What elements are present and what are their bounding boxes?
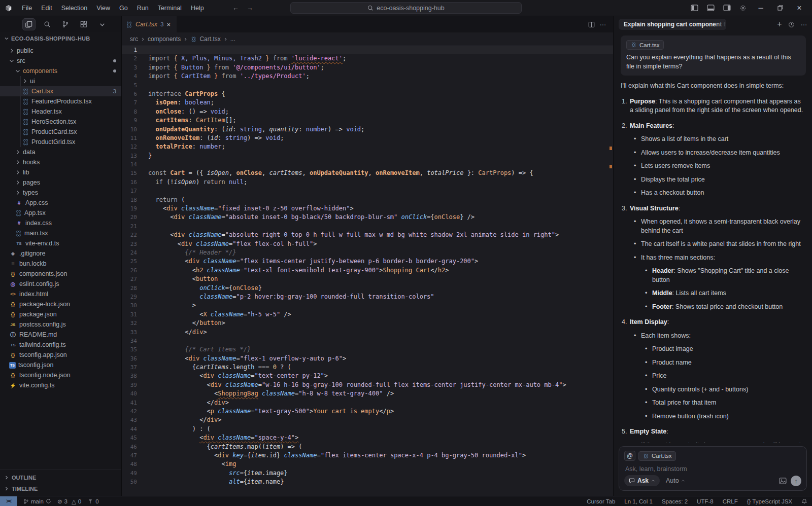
tree-item-index-html[interactable]: <>index.html xyxy=(0,289,121,299)
toggle-panel-icon[interactable] xyxy=(703,2,718,14)
tree-item-public[interactable]: public xyxy=(0,46,121,56)
tree-item-cart-tsx[interactable]: Cart.tsx3 xyxy=(0,86,121,96)
tree-item-pages[interactable]: pages xyxy=(0,177,121,188)
tree-item-eslint-config-js[interactable]: ◎eslint.config.js xyxy=(0,279,121,289)
split-editor-icon[interactable] xyxy=(588,21,595,28)
menu-view[interactable]: View xyxy=(92,5,115,12)
encoding-status[interactable]: UTF-8 xyxy=(692,498,718,504)
tab-close-icon[interactable]: × xyxy=(166,21,171,28)
code-line-43[interactable]: 43 </div> xyxy=(122,416,613,424)
code-line-44[interactable]: 44 ) : ( xyxy=(122,425,613,433)
tree-item-package-lock-json[interactable]: {}package-lock.json xyxy=(0,299,121,309)
code-line-4[interactable]: 4import { CartItem } from '../types/Prod… xyxy=(122,72,613,81)
send-button[interactable]: ↑ xyxy=(791,476,801,486)
code-line-31[interactable]: 31 <X className="h-5 w-5" /> xyxy=(122,310,613,319)
code-line-16[interactable]: 16 if (!isOpen) return null; xyxy=(122,178,613,187)
breadcrumb-symbol[interactable]: ... xyxy=(230,35,235,43)
code-line-15[interactable]: 15const Cart = ({ isOpen, onClose, cartI… xyxy=(122,169,613,177)
tree-item-hooks[interactable]: hooks xyxy=(0,157,121,167)
code-line-3[interactable]: 3import { Button } from '@/components/ui… xyxy=(122,63,613,72)
notifications-bell-icon[interactable] xyxy=(797,498,812,504)
code-line-37[interactable]: 37 {cartItems.length === 0 ? ( xyxy=(122,363,613,372)
toggle-secondary-sidebar-icon[interactable] xyxy=(720,2,734,14)
tree-item-herosection-tsx[interactable]: HeroSection.tsx xyxy=(0,117,121,127)
code-line-5[interactable]: 5 xyxy=(122,81,613,90)
tree-item-main-tsx[interactable]: main.tsx xyxy=(0,228,121,238)
ports-status[interactable]: 0 xyxy=(84,496,101,506)
attach-image-icon[interactable] xyxy=(779,478,787,484)
code-line-19[interactable]: 19 <div className="fixed inset-0 z-50 ov… xyxy=(122,204,613,213)
code-line-9[interactable]: 9 cartItems: CartItem[]; xyxy=(122,116,613,125)
explorer-files-icon[interactable] xyxy=(22,18,36,30)
code-line-11[interactable]: 11 onRemoveItem: (id: string) => void; xyxy=(122,134,613,142)
code-line-34[interactable]: 34 xyxy=(122,337,613,345)
code-line-21[interactable]: 21 xyxy=(122,222,613,231)
tree-item-lib[interactable]: lib xyxy=(0,167,121,177)
language-mode-status[interactable]: {} TypeScript JSX xyxy=(742,498,797,504)
timeline-section[interactable]: TIMELINE xyxy=(4,484,121,494)
menu-file[interactable]: File xyxy=(17,5,37,12)
settings-gear-icon[interactable] xyxy=(736,2,750,14)
code-line-40[interactable]: 40 <ShoppingBag className="h-8 w-8 text-… xyxy=(122,389,613,398)
code-line-30[interactable]: 30 > xyxy=(122,301,613,310)
tree-item-vite-env-d-ts[interactable]: TSvite-env.d.ts xyxy=(0,238,121,248)
outline-section[interactable]: OUTLINE xyxy=(4,473,121,483)
chat-history-icon[interactable] xyxy=(788,21,795,28)
code-line-8[interactable]: 8 onClose: () => void; xyxy=(122,107,613,116)
chat-tab-title[interactable]: Explain shopping cart component fun xyxy=(619,19,726,30)
toggle-primary-sidebar-icon[interactable] xyxy=(687,2,701,14)
tab-cart-tsx[interactable]: Cart.tsx 3 × xyxy=(122,16,177,32)
tree-item-ui[interactable]: ui xyxy=(0,76,121,86)
code-line-29[interactable]: 29 className="p-2 hover:bg-gray-100 roun… xyxy=(122,293,613,301)
tree-item--gitignore[interactable]: ◆.gitignore xyxy=(0,248,121,259)
nav-back-icon[interactable]: ← xyxy=(229,2,243,14)
project-header[interactable]: ECO-OASIS-SHOPPING-HUB xyxy=(0,32,121,45)
tree-item-featuredproducts-tsx[interactable]: FeaturedProducts.tsx xyxy=(0,96,121,106)
chat-input-placeholder[interactable]: Ask, learn, brainstorm xyxy=(625,465,801,473)
code-line-33[interactable]: 33 </div> xyxy=(122,328,613,337)
tree-item-src[interactable]: src xyxy=(0,56,121,66)
tree-item-app-tsx[interactable]: App.tsx xyxy=(0,208,121,218)
code-line-42[interactable]: 42 <p className="text-gray-500">Your car… xyxy=(122,407,613,416)
code-line-2[interactable]: 2import { X, Plus, Minus, Trash2 } from … xyxy=(122,54,613,63)
tree-item-package-json[interactable]: {}package.json xyxy=(0,309,121,319)
code-line-48[interactable]: 48 <img xyxy=(122,460,613,468)
code-line-13[interactable]: 13} xyxy=(122,152,613,160)
context-file-chip[interactable]: Cart.tsx xyxy=(626,40,664,50)
code-line-26[interactable]: 26 <h2 className="text-xl font-semibold … xyxy=(122,266,613,275)
extensions-icon[interactable] xyxy=(77,18,90,30)
command-search-input[interactable]: eco-oasis-shopping-hub xyxy=(290,2,522,14)
menu-selection[interactable]: Selection xyxy=(57,5,92,12)
code-line-18[interactable]: 18 return ( xyxy=(122,196,613,204)
tree-item-productcard-tsx[interactable]: ProductCard.tsx xyxy=(0,127,121,137)
search-panel-icon[interactable] xyxy=(41,18,54,30)
code-editor[interactable]: 12import { X, Plus, Minus, Trash2 } from… xyxy=(122,46,613,496)
tree-item-data[interactable]: data xyxy=(0,147,121,157)
code-line-17[interactable]: 17 xyxy=(122,187,613,195)
activity-chevron-down-icon[interactable] xyxy=(95,18,109,30)
cursor-tab-status[interactable]: Cursor Tab xyxy=(582,498,620,504)
tree-item-tsconfig-app-json[interactable]: {}tsconfig.app.json xyxy=(0,350,121,360)
eol-status[interactable]: CRLF xyxy=(718,498,742,504)
breadcrumb-file[interactable]: Cart.tsx xyxy=(199,35,220,43)
code-line-7[interactable]: 7 isOpen: boolean; xyxy=(122,98,613,107)
tree-item-types[interactable]: types xyxy=(0,188,121,198)
editor-more-actions-icon[interactable]: ⋯ xyxy=(600,21,606,28)
code-line-47[interactable]: 47 <div key={item.id} className="flex it… xyxy=(122,451,613,460)
code-line-45[interactable]: 45 <div className="space-y-4"> xyxy=(122,433,613,442)
tree-item-header-tsx[interactable]: Header.tsx xyxy=(0,106,121,117)
code-line-41[interactable]: 41 </div> xyxy=(122,399,613,407)
tree-item-app-css[interactable]: #App.css xyxy=(0,198,121,208)
menu-edit[interactable]: Edit xyxy=(37,5,57,12)
chat-more-icon[interactable]: ⋯ xyxy=(801,21,807,28)
window-restore-button[interactable] xyxy=(771,1,789,15)
tree-item-tsconfig-node-json[interactable]: {}tsconfig.node.json xyxy=(0,370,121,380)
source-control-icon[interactable] xyxy=(59,18,72,30)
remote-indicator[interactable]: >< xyxy=(0,496,17,506)
breadcrumb-src[interactable]: src xyxy=(130,35,138,43)
code-line-46[interactable]: 46 {cartItems.map((item) => ( xyxy=(122,443,613,451)
tree-item-components-json[interactable]: {}components.json xyxy=(0,269,121,279)
code-line-49[interactable]: 49 src={item.image} xyxy=(122,469,613,478)
input-context-file-chip[interactable]: Cart.tsx xyxy=(638,451,676,461)
code-line-12[interactable]: 12 totalPrice: number; xyxy=(122,142,613,151)
